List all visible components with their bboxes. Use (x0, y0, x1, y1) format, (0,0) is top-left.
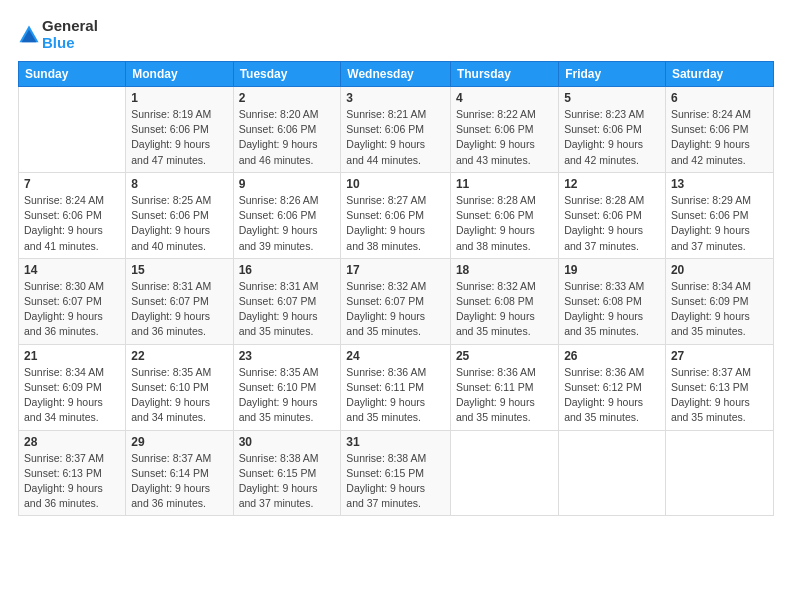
day-number: 14 (24, 263, 120, 277)
day-number: 8 (131, 177, 227, 191)
calendar-cell: 27Sunrise: 8:37 AMSunset: 6:13 PMDayligh… (665, 344, 773, 430)
calendar-header-thursday: Thursday (450, 62, 558, 87)
day-info: Sunrise: 8:21 AMSunset: 6:06 PMDaylight:… (346, 107, 445, 168)
page: General Blue SundayMondayTuesdayWednesda… (0, 0, 792, 612)
day-info: Sunrise: 8:22 AMSunset: 6:06 PMDaylight:… (456, 107, 553, 168)
day-info: Sunrise: 8:31 AMSunset: 6:07 PMDaylight:… (239, 279, 336, 340)
header: General Blue (18, 18, 774, 51)
day-info: Sunrise: 8:31 AMSunset: 6:07 PMDaylight:… (131, 279, 227, 340)
day-number: 4 (456, 91, 553, 105)
day-number: 16 (239, 263, 336, 277)
day-info: Sunrise: 8:24 AMSunset: 6:06 PMDaylight:… (671, 107, 768, 168)
day-number: 11 (456, 177, 553, 191)
calendar-cell: 30Sunrise: 8:38 AMSunset: 6:15 PMDayligh… (233, 430, 341, 516)
day-number: 28 (24, 435, 120, 449)
day-info: Sunrise: 8:36 AMSunset: 6:12 PMDaylight:… (564, 365, 660, 426)
day-number: 2 (239, 91, 336, 105)
calendar-cell: 11Sunrise: 8:28 AMSunset: 6:06 PMDayligh… (450, 172, 558, 258)
day-info: Sunrise: 8:36 AMSunset: 6:11 PMDaylight:… (456, 365, 553, 426)
day-number: 9 (239, 177, 336, 191)
calendar-cell (559, 430, 666, 516)
day-number: 10 (346, 177, 445, 191)
day-number: 23 (239, 349, 336, 363)
day-info: Sunrise: 8:26 AMSunset: 6:06 PMDaylight:… (239, 193, 336, 254)
calendar-cell: 14Sunrise: 8:30 AMSunset: 6:07 PMDayligh… (19, 258, 126, 344)
logo-text: General Blue (42, 18, 98, 51)
day-info: Sunrise: 8:35 AMSunset: 6:10 PMDaylight:… (239, 365, 336, 426)
day-number: 21 (24, 349, 120, 363)
calendar-header-sunday: Sunday (19, 62, 126, 87)
calendar-cell: 24Sunrise: 8:36 AMSunset: 6:11 PMDayligh… (341, 344, 451, 430)
calendar-header-row: SundayMondayTuesdayWednesdayThursdayFrid… (19, 62, 774, 87)
day-number: 30 (239, 435, 336, 449)
day-info: Sunrise: 8:19 AMSunset: 6:06 PMDaylight:… (131, 107, 227, 168)
calendar-cell: 20Sunrise: 8:34 AMSunset: 6:09 PMDayligh… (665, 258, 773, 344)
day-number: 5 (564, 91, 660, 105)
logo-icon (18, 24, 40, 46)
day-info: Sunrise: 8:36 AMSunset: 6:11 PMDaylight:… (346, 365, 445, 426)
day-info: Sunrise: 8:34 AMSunset: 6:09 PMDaylight:… (671, 279, 768, 340)
calendar-week-row: 7Sunrise: 8:24 AMSunset: 6:06 PMDaylight… (19, 172, 774, 258)
day-info: Sunrise: 8:28 AMSunset: 6:06 PMDaylight:… (456, 193, 553, 254)
calendar-cell (19, 87, 126, 173)
calendar-cell: 12Sunrise: 8:28 AMSunset: 6:06 PMDayligh… (559, 172, 666, 258)
calendar-cell: 5Sunrise: 8:23 AMSunset: 6:06 PMDaylight… (559, 87, 666, 173)
calendar-cell: 28Sunrise: 8:37 AMSunset: 6:13 PMDayligh… (19, 430, 126, 516)
calendar-cell: 2Sunrise: 8:20 AMSunset: 6:06 PMDaylight… (233, 87, 341, 173)
calendar-cell: 16Sunrise: 8:31 AMSunset: 6:07 PMDayligh… (233, 258, 341, 344)
day-info: Sunrise: 8:23 AMSunset: 6:06 PMDaylight:… (564, 107, 660, 168)
calendar-cell: 17Sunrise: 8:32 AMSunset: 6:07 PMDayligh… (341, 258, 451, 344)
calendar-week-row: 28Sunrise: 8:37 AMSunset: 6:13 PMDayligh… (19, 430, 774, 516)
calendar-cell: 10Sunrise: 8:27 AMSunset: 6:06 PMDayligh… (341, 172, 451, 258)
calendar-header-saturday: Saturday (665, 62, 773, 87)
day-info: Sunrise: 8:38 AMSunset: 6:15 PMDaylight:… (239, 451, 336, 512)
day-info: Sunrise: 8:20 AMSunset: 6:06 PMDaylight:… (239, 107, 336, 168)
calendar-cell: 13Sunrise: 8:29 AMSunset: 6:06 PMDayligh… (665, 172, 773, 258)
calendar-cell: 18Sunrise: 8:32 AMSunset: 6:08 PMDayligh… (450, 258, 558, 344)
calendar-cell: 29Sunrise: 8:37 AMSunset: 6:14 PMDayligh… (126, 430, 233, 516)
day-info: Sunrise: 8:24 AMSunset: 6:06 PMDaylight:… (24, 193, 120, 254)
day-number: 20 (671, 263, 768, 277)
calendar-cell: 7Sunrise: 8:24 AMSunset: 6:06 PMDaylight… (19, 172, 126, 258)
calendar-table: SundayMondayTuesdayWednesdayThursdayFrid… (18, 61, 774, 516)
calendar-cell: 3Sunrise: 8:21 AMSunset: 6:06 PMDaylight… (341, 87, 451, 173)
day-number: 24 (346, 349, 445, 363)
day-info: Sunrise: 8:37 AMSunset: 6:13 PMDaylight:… (24, 451, 120, 512)
day-info: Sunrise: 8:37 AMSunset: 6:14 PMDaylight:… (131, 451, 227, 512)
day-number: 3 (346, 91, 445, 105)
calendar-week-row: 14Sunrise: 8:30 AMSunset: 6:07 PMDayligh… (19, 258, 774, 344)
calendar-header-monday: Monday (126, 62, 233, 87)
day-info: Sunrise: 8:27 AMSunset: 6:06 PMDaylight:… (346, 193, 445, 254)
day-number: 29 (131, 435, 227, 449)
calendar-cell: 25Sunrise: 8:36 AMSunset: 6:11 PMDayligh… (450, 344, 558, 430)
day-info: Sunrise: 8:30 AMSunset: 6:07 PMDaylight:… (24, 279, 120, 340)
day-info: Sunrise: 8:29 AMSunset: 6:06 PMDaylight:… (671, 193, 768, 254)
day-number: 27 (671, 349, 768, 363)
day-info: Sunrise: 8:35 AMSunset: 6:10 PMDaylight:… (131, 365, 227, 426)
calendar-week-row: 21Sunrise: 8:34 AMSunset: 6:09 PMDayligh… (19, 344, 774, 430)
day-info: Sunrise: 8:25 AMSunset: 6:06 PMDaylight:… (131, 193, 227, 254)
calendar-cell: 21Sunrise: 8:34 AMSunset: 6:09 PMDayligh… (19, 344, 126, 430)
day-number: 22 (131, 349, 227, 363)
day-number: 1 (131, 91, 227, 105)
day-number: 13 (671, 177, 768, 191)
day-number: 31 (346, 435, 445, 449)
calendar-cell: 22Sunrise: 8:35 AMSunset: 6:10 PMDayligh… (126, 344, 233, 430)
calendar-cell: 4Sunrise: 8:22 AMSunset: 6:06 PMDaylight… (450, 87, 558, 173)
calendar-header-wednesday: Wednesday (341, 62, 451, 87)
calendar-week-row: 1Sunrise: 8:19 AMSunset: 6:06 PMDaylight… (19, 87, 774, 173)
calendar-cell: 15Sunrise: 8:31 AMSunset: 6:07 PMDayligh… (126, 258, 233, 344)
calendar-cell: 31Sunrise: 8:38 AMSunset: 6:15 PMDayligh… (341, 430, 451, 516)
calendar-cell: 26Sunrise: 8:36 AMSunset: 6:12 PMDayligh… (559, 344, 666, 430)
day-number: 15 (131, 263, 227, 277)
day-number: 12 (564, 177, 660, 191)
calendar-cell: 1Sunrise: 8:19 AMSunset: 6:06 PMDaylight… (126, 87, 233, 173)
day-info: Sunrise: 8:32 AMSunset: 6:08 PMDaylight:… (456, 279, 553, 340)
calendar-cell: 8Sunrise: 8:25 AMSunset: 6:06 PMDaylight… (126, 172, 233, 258)
day-number: 25 (456, 349, 553, 363)
day-info: Sunrise: 8:37 AMSunset: 6:13 PMDaylight:… (671, 365, 768, 426)
calendar-header-friday: Friday (559, 62, 666, 87)
calendar-cell (450, 430, 558, 516)
day-number: 7 (24, 177, 120, 191)
day-number: 19 (564, 263, 660, 277)
